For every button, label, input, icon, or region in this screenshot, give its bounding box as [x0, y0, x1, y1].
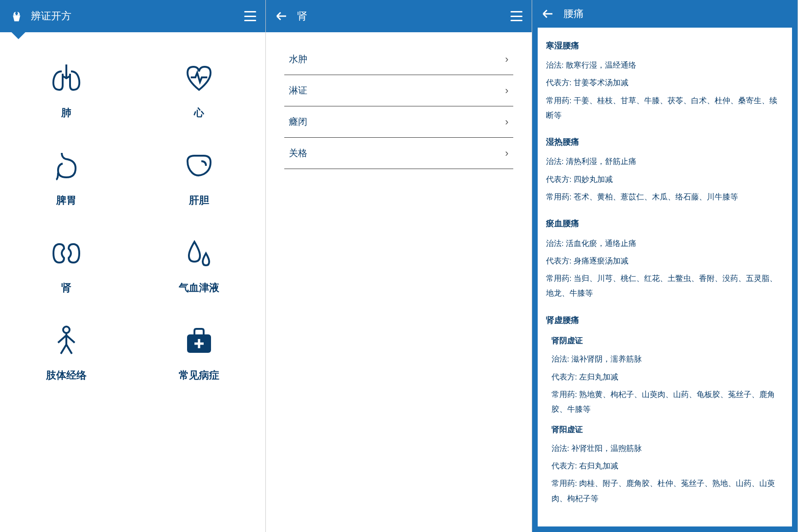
- category-label: 心: [194, 106, 204, 120]
- subsection-title: 肾阴虚证: [552, 333, 784, 348]
- section-title: 肾虚腰痛: [546, 312, 784, 328]
- category-label: 肢体经络: [46, 368, 87, 382]
- detail-section: 肾虚腰痛肾阴虚证治法: 滋补肾阴，濡养筋脉代表方: 左归丸加减常用药: 熟地黄、…: [546, 312, 784, 506]
- header-title: 辨证开方: [31, 9, 244, 23]
- panel-categories: 辨证开方 肺 心 脾胃 肝胆 肾 气血津液 肢体经络: [0, 0, 266, 532]
- category-grid: 肺 心 脾胃 肝胆 肾 气血津液 肢体经络 常见病症: [0, 32, 265, 401]
- list-item[interactable]: 水肿 ›: [284, 44, 513, 75]
- category-heart[interactable]: 心: [133, 60, 265, 120]
- detail-row: 治法: 滋补肾阴，濡养筋脉: [552, 352, 784, 367]
- list-item[interactable]: 癃闭 ›: [284, 106, 513, 138]
- chevron-right-icon: ›: [505, 85, 508, 97]
- chevron-right-icon: ›: [505, 53, 508, 65]
- detail-row: 常用药: 苍术、黄柏、薏苡仁、木瓜、络石藤、川牛膝等: [546, 190, 784, 205]
- category-lungs[interactable]: 肺: [0, 60, 133, 120]
- list-item-label: 癃闭: [289, 116, 307, 128]
- back-icon[interactable]: [541, 7, 554, 20]
- detail-subsection: 肾阴虚证治法: 滋补肾阴，濡养筋脉代表方: 左归丸加减常用药: 熟地黄、枸杞子、…: [552, 333, 784, 417]
- section-title: 寒湿腰痛: [546, 38, 784, 53]
- panel-detail: 腰痛 寒湿腰痛治法: 散寒行湿，温经通络代表方: 甘姜苓术汤加减常用药: 干姜、…: [532, 0, 798, 532]
- list-item[interactable]: 关格 ›: [284, 138, 513, 169]
- category-fluids[interactable]: 气血津液: [133, 235, 265, 295]
- panel-list: 肾 水肿 › 淋证 › 癃闭 › 关格 ›: [266, 0, 532, 532]
- detail-row: 治法: 清热利湿，舒筋止痛: [546, 154, 784, 169]
- pointer-chevron: [12, 32, 25, 39]
- list-item[interactable]: 淋证 ›: [284, 75, 513, 106]
- category-stomach[interactable]: 脾胃: [0, 147, 133, 207]
- body-icon: [48, 322, 85, 359]
- chevron-right-icon: ›: [505, 147, 508, 159]
- list-item-label: 淋证: [289, 84, 307, 97]
- category-limbs[interactable]: 肢体经络: [0, 322, 133, 382]
- category-label: 常见病症: [179, 368, 219, 382]
- category-label: 脾胃: [56, 193, 76, 207]
- header-main: 辨证开方: [0, 0, 265, 32]
- detail-row: 代表方: 甘姜苓术汤加减: [546, 76, 784, 90]
- detail-section: 瘀血腰痛治法: 活血化瘀，通络止痛代表方: 身痛逐瘀汤加减常用药: 当归、川芎、…: [546, 216, 784, 301]
- detail-row: 治法: 活血化瘀，通络止痛: [546, 236, 784, 251]
- back-icon[interactable]: [275, 10, 288, 23]
- category-label: 肝胆: [189, 193, 209, 207]
- category-label: 气血津液: [179, 281, 219, 295]
- medkit-icon: [181, 322, 217, 359]
- list-title: 肾: [297, 9, 510, 23]
- section-title: 瘀血腰痛: [546, 216, 784, 231]
- list-item-label: 水肿: [289, 53, 307, 65]
- detail-row: 常用药: 熟地黄、枸杞子、山萸肉、山药、龟板胶、菟丝子、鹿角胶、牛膝等: [552, 387, 784, 417]
- svg-point-0: [63, 327, 70, 333]
- category-liver[interactable]: 肝胆: [133, 147, 265, 207]
- condition-list: 水肿 › 淋证 › 癃闭 › 关格 ›: [266, 32, 531, 181]
- detail-row: 代表方: 左归丸加减: [552, 370, 784, 385]
- chevron-right-icon: ›: [505, 116, 508, 128]
- lungs-icon: [48, 60, 85, 97]
- app-logo-icon: [9, 9, 24, 23]
- detail-section: 湿热腰痛治法: 清热利湿，舒筋止痛代表方: 四妙丸加减常用药: 苍术、黄柏、薏苡…: [546, 134, 784, 205]
- heart-icon: [181, 60, 217, 97]
- detail-row: 代表方: 右归丸加减: [552, 459, 784, 474]
- detail-title: 腰痛: [563, 7, 788, 21]
- detail-content[interactable]: 寒湿腰痛治法: 散寒行湿，温经通络代表方: 甘姜苓术汤加减常用药: 干姜、桂枝、…: [538, 28, 792, 526]
- detail-section: 寒湿腰痛治法: 散寒行湿，温经通络代表方: 甘姜苓术汤加减常用药: 干姜、桂枝、…: [546, 38, 784, 123]
- category-label: 肾: [61, 281, 71, 295]
- category-label: 肺: [61, 106, 71, 120]
- detail-row: 治法: 补肾壮阳，温煦筋脉: [552, 441, 784, 456]
- menu-icon[interactable]: [510, 11, 522, 21]
- detail-row: 代表方: 身痛逐瘀汤加减: [546, 254, 784, 269]
- header-detail: 腰痛: [532, 0, 798, 28]
- detail-row: 代表方: 四妙丸加减: [546, 172, 784, 187]
- category-kidney[interactable]: 肾: [0, 235, 133, 295]
- detail-subsection: 肾阳虚证治法: 补肾壮阳，温煦筋脉代表方: 右归丸加减常用药: 肉桂、附子、鹿角…: [552, 422, 784, 506]
- detail-row: 治法: 散寒行湿，温经通络: [546, 58, 784, 73]
- menu-icon[interactable]: [244, 11, 256, 21]
- detail-row: 常用药: 干姜、桂枝、甘草、牛膝、茯苓、白术、杜仲、桑寄生、续断等: [546, 94, 784, 123]
- header-list: 肾: [266, 0, 531, 32]
- kidney-icon: [48, 235, 85, 272]
- subsection-title: 肾阳虚证: [552, 422, 784, 437]
- liver-icon: [181, 147, 217, 184]
- stomach-icon: [48, 147, 85, 184]
- drops-icon: [181, 235, 217, 272]
- section-title: 湿热腰痛: [546, 134, 784, 150]
- category-common[interactable]: 常见病症: [133, 322, 265, 382]
- detail-row: 常用药: 当归、川芎、桃仁、红花、土鳖虫、香附、没药、五灵脂、地龙、牛膝等: [546, 271, 784, 301]
- detail-row: 常用药: 肉桂、附子、鹿角胶、杜仲、菟丝子、熟地、山药、山萸肉、枸杞子等: [552, 476, 784, 506]
- list-item-label: 关格: [289, 147, 307, 159]
